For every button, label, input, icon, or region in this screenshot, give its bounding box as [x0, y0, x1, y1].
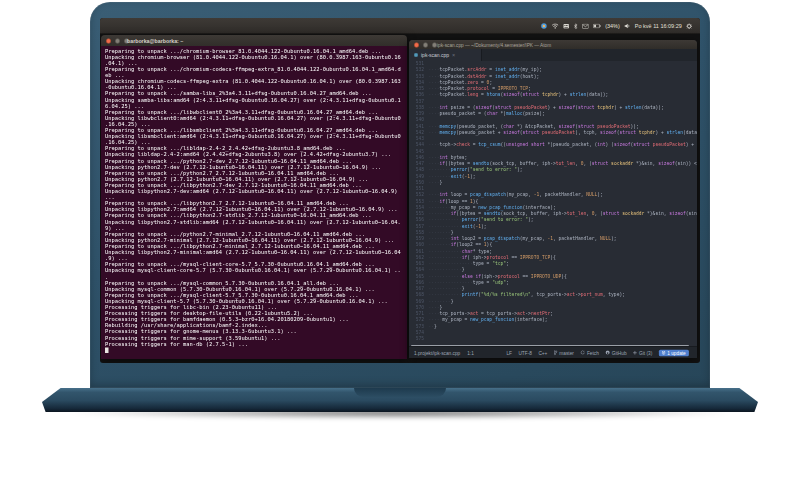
- tab-label: ipk-scan.cpp: [421, 52, 449, 58]
- code-editor[interactable]: 530····tcpPacket.arg_pri = 0;531532····t…: [409, 61, 697, 345]
- system-tray: (34%) Po kvě 11 16:09:29: [540, 22, 692, 29]
- branch-icon: [554, 350, 558, 356]
- status-cursor-position[interactable]: 1:1: [467, 350, 474, 356]
- system-top-bar: (34%) Po kvě 11 16:09:29: [100, 18, 700, 34]
- sync-icon: [581, 350, 586, 356]
- atom-close-button[interactable]: [414, 42, 419, 47]
- code-line: 542····memcpy(pseudo_packet + sizeof(str…: [409, 129, 697, 135]
- laptop-base: [42, 388, 758, 412]
- terminal-output[interactable]: Preparing to unpack .../chromium-browser…: [101, 46, 407, 359]
- screen: (34%) Po kvě 11 16:09:29: [100, 18, 700, 363]
- terminal-title: barborka@barborka: ~: [127, 38, 183, 44]
- terminal-minimize-button[interactable]: [115, 38, 120, 43]
- code-line: 575: [409, 335, 697, 341]
- status-encoding[interactable]: UTF-8: [519, 350, 532, 356]
- diff-icon: [633, 350, 637, 356]
- github-icon: [606, 350, 611, 356]
- session-gear-icon[interactable]: [686, 23, 692, 29]
- terminal-window: barborka@barborka: ~ Preparing to unpack…: [101, 35, 407, 359]
- atom-window: ipk-scan.cpp — ~/Dokumenty/4.semester/IP…: [409, 40, 697, 358]
- laptop-lid: (34%) Po kvě 11 16:09:29: [90, 2, 710, 388]
- wifi-icon[interactable]: [551, 23, 558, 29]
- terminal-text: Preparing to unpack .../chromium-browser…: [105, 48, 401, 347]
- terminal-close-button[interactable]: [106, 38, 111, 43]
- status-line-ending[interactable]: LF: [507, 350, 513, 356]
- volume-icon[interactable]: [624, 23, 630, 29]
- status-git-branch[interactable]: master: [554, 350, 574, 356]
- bluetooth-icon[interactable]: [573, 23, 577, 29]
- cpp-file-icon: [414, 52, 418, 58]
- atom-window-buttons: [414, 42, 437, 47]
- clock[interactable]: Po kvě 11 16:09:29: [635, 23, 682, 29]
- mail-icon[interactable]: [582, 23, 589, 28]
- page: (34%) Po kvě 11 16:09:29: [0, 0, 800, 477]
- battery-icon[interactable]: [593, 23, 601, 28]
- package-icon: [662, 350, 666, 356]
- status-file-path[interactable]: 1.projekt/ipk-scan.cpp: [414, 350, 460, 356]
- atom-window-title: ipk-scan.cpp — ~/Dokumenty/4.semester/IP…: [437, 42, 551, 48]
- status-grammar[interactable]: C++: [539, 350, 548, 356]
- status-fetch[interactable]: Fetch: [581, 350, 599, 356]
- keyboard-indicator-icon[interactable]: [563, 23, 569, 28]
- update-badge[interactable]: 1 update: [659, 349, 689, 356]
- tab-ipk-scan[interactable]: ipk-scan.cpp ×: [409, 49, 482, 61]
- atom-minimize-button[interactable]: [423, 42, 428, 47]
- tab-close-icon[interactable]: ×: [452, 52, 455, 58]
- terminal-cursor: [105, 347, 108, 353]
- code-line: 544····tcph->check = tcp_csum((unsigned …: [409, 142, 697, 148]
- terminal-window-buttons: [106, 38, 129, 43]
- editor-lines: 530····tcpPacket.arg_pri = 0;531532····t…: [409, 61, 697, 342]
- battery-percent[interactable]: (34%): [605, 23, 620, 29]
- app-indicator-icon[interactable]: [540, 22, 547, 29]
- status-git-changes[interactable]: Git (3): [633, 350, 652, 356]
- status-github[interactable]: GitHub: [606, 350, 627, 356]
- atom-status-bar: 1.projekt/ipk-scan.cpp 1:1 LF UTF-8 C++ …: [409, 346, 697, 358]
- laptop-notch: [354, 388, 446, 397]
